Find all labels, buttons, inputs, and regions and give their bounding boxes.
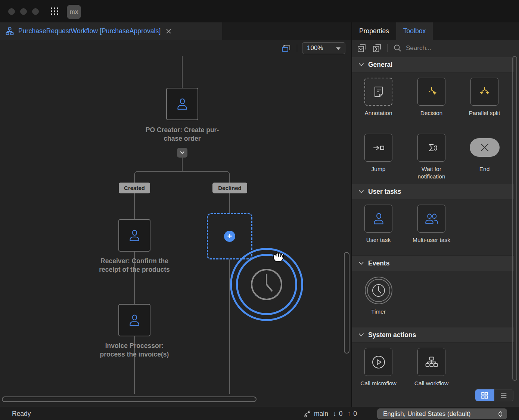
grid-view-button[interactable]: [475, 389, 494, 401]
incoming-count: 0: [339, 410, 343, 418]
node-po-creator[interactable]: [166, 88, 198, 120]
zoom-level-value: 100%: [307, 44, 323, 52]
toolbox-item-timer[interactable]: Timer: [364, 276, 392, 315]
window-control-minimize[interactable]: [20, 8, 27, 15]
panel-tabbar: Properties Toolbox: [352, 22, 519, 40]
toolbox-item-jump[interactable]: Jump: [364, 134, 392, 180]
node-invoice-processor[interactable]: [118, 304, 150, 336]
user-icon: [127, 312, 142, 328]
collapse-branch-button[interactable]: [177, 148, 187, 158]
decision-icon: [424, 84, 439, 99]
version-control-group[interactable]: main ↓ 0 ↑ 0: [304, 407, 357, 420]
toolbox-item-multi-user-task[interactable]: Multi-user task: [417, 205, 445, 244]
section-header-general[interactable]: General: [352, 57, 514, 72]
grabbing-hand-cursor-icon: [271, 248, 289, 268]
list-view-icon: [500, 391, 508, 399]
canvas-toolbar: 100%: [0, 40, 352, 56]
node-receiver[interactable]: [118, 219, 150, 252]
user-icon: [127, 228, 142, 243]
toolbox-item-parallel-split[interactable]: Parallel split: [470, 78, 498, 117]
branch-label-declined[interactable]: Declined: [212, 183, 247, 193]
arrow-up-icon: ↑: [347, 410, 351, 418]
right-panel: Properties Toolbox: [352, 22, 519, 407]
panel-scrollbar[interactable]: [512, 56, 517, 381]
search-placeholder: Search...: [406, 44, 431, 52]
status-text: Ready: [12, 407, 31, 420]
call-workflow-icon: [424, 355, 439, 370]
chevron-down-icon: [336, 47, 341, 50]
app-launcher-grid-icon[interactable]: [49, 6, 60, 16]
dragged-timer-event[interactable]: [230, 248, 303, 321]
window-control-close[interactable]: [8, 8, 15, 15]
toolbox-item-annotation[interactable]: Annotation: [364, 78, 392, 117]
section-header-user-tasks[interactable]: User tasks: [352, 184, 514, 199]
statusbar: Ready main ↓ 0 ↑ 0 English, United State…: [0, 407, 519, 420]
tab-close-icon[interactable]: [165, 28, 172, 34]
zoom-level-dropdown[interactable]: 100%: [302, 42, 345, 54]
tab-title: PurchaseRequestWorkflow [PurchaseApprova…: [18, 27, 161, 35]
tab-toolbox[interactable]: Toolbox: [396, 22, 433, 40]
horizontal-scrollbar[interactable]: [2, 396, 257, 402]
timer-icon: [364, 276, 393, 305]
wait-notification-icon: [424, 140, 439, 155]
vertical-scrollbar[interactable]: [344, 252, 349, 354]
connector-line: [182, 56, 183, 88]
toolbox-item-end[interactable]: End: [470, 134, 498, 180]
toolbar-divider: [297, 44, 297, 52]
view-mode-toggle: [475, 389, 513, 401]
tab-purchase-request-workflow[interactable]: PurchaseRequestWorkflow [PurchaseApprova…: [0, 22, 222, 40]
search-icon: [394, 44, 401, 52]
plus-icon: +: [224, 231, 235, 242]
parallel-split-icon: [477, 84, 492, 99]
call-microflow-icon: [371, 355, 386, 370]
language-value: English, United States (default): [383, 410, 470, 418]
chevron-down-icon: [358, 190, 364, 193]
titlebar: mx: [0, 0, 519, 22]
section-header-events[interactable]: Events: [352, 255, 514, 271]
outgoing-count: 0: [353, 410, 357, 418]
window-control-zoom[interactable]: [32, 8, 39, 15]
list-view-button[interactable]: [494, 389, 513, 401]
toolbox-item-user-task[interactable]: User task: [364, 205, 392, 244]
mx-app-icon[interactable]: mx: [67, 5, 81, 19]
application-window: mx PurchaseRequestWorkflow [PurchaseAppr…: [0, 0, 519, 420]
select-updown-icon: [497, 410, 503, 418]
language-selector[interactable]: English, United States (default): [377, 408, 507, 419]
multi-user-task-icon: [424, 211, 439, 227]
search-input[interactable]: Search...: [394, 44, 431, 52]
clock-icon: [251, 268, 283, 301]
node-label-invoice-processor: Invoice Processor: process the invoice(s…: [78, 342, 190, 359]
annotation-icon: [371, 84, 386, 99]
node-label-po-creator: PO Creator: Create pur- chase order: [126, 126, 238, 143]
toolbox-item-call-workflow[interactable]: Call workflow: [417, 348, 445, 387]
node-label-receiver: Receiver: Confirm the receipt of the pro…: [78, 257, 190, 274]
section-header-system-actions[interactable]: System actions: [352, 327, 514, 343]
collapse-all-icon[interactable]: [372, 43, 382, 53]
chevron-down-icon: [358, 63, 364, 66]
user-task-icon: [371, 211, 386, 227]
workflow-tab-icon: [5, 27, 15, 36]
document-tabbar: PurchaseRequestWorkflow [PurchaseApprova…: [0, 22, 352, 40]
arrow-down-icon: ↓: [333, 410, 336, 418]
jump-icon: [371, 140, 386, 155]
connector-line: [182, 158, 183, 172]
toolbar-divider: [387, 44, 388, 52]
chevron-down-icon: [358, 261, 364, 265]
user-icon: [174, 96, 190, 112]
toolbox-item-decision[interactable]: Decision: [417, 78, 445, 117]
end-icon: [470, 138, 500, 157]
toolbox-item-call-microflow[interactable]: Call microflow: [364, 348, 392, 387]
toolbox-toolbar: Search...: [352, 40, 519, 56]
branch-name: main: [314, 410, 328, 418]
branch-label-created[interactable]: Created: [119, 183, 150, 193]
expand-all-icon[interactable]: [357, 43, 367, 53]
workflow-canvas[interactable]: PO Creator: Create pur- chase order Crea…: [0, 56, 351, 407]
grid-view-icon: [481, 391, 489, 399]
toolbox-item-wait-for-notification[interactable]: Wait for notification: [417, 134, 445, 180]
chevron-down-icon: [358, 333, 364, 337]
tab-properties[interactable]: Properties: [352, 22, 396, 40]
fit-to-window-icon[interactable]: [280, 43, 292, 53]
git-branch-icon: [304, 410, 311, 418]
chevron-down-icon: [180, 151, 185, 155]
